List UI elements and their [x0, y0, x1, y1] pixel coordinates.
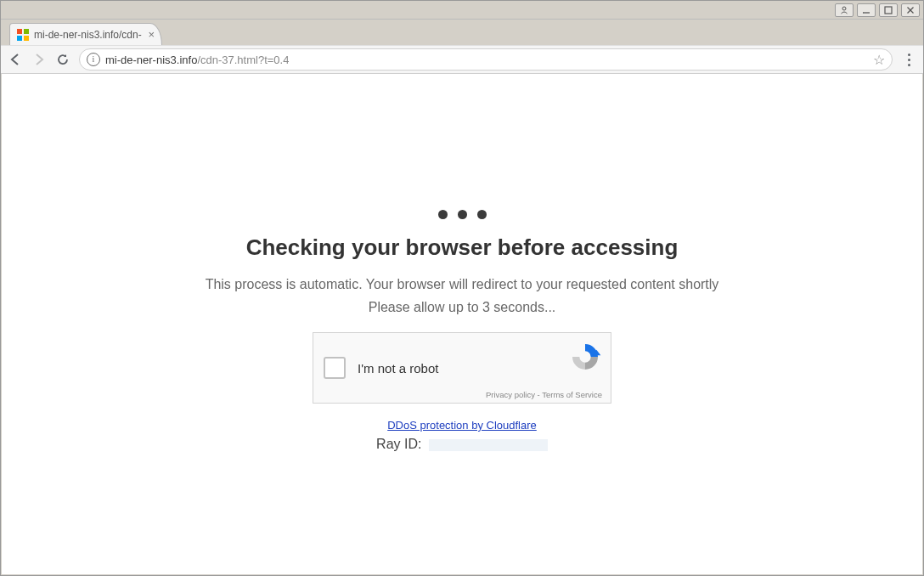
url-text: mi-de-ner-nis3.info/cdn-37.html?t=0.4	[105, 54, 289, 66]
page-subtext: This process is automatic. Your browser …	[2, 273, 922, 319]
recaptcha-label: I'm not a robot	[358, 361, 438, 376]
svg-rect-2	[885, 7, 892, 14]
tab-title: mi-de-ner-nis3.info/cdn-	[34, 29, 142, 41]
recaptcha-terms: Privacy policy - Terms of Service	[486, 390, 602, 399]
window-titlebar	[1, 1, 923, 20]
toolbar: i mi-de-ner-nis3.info/cdn-37.html?t=0.4 …	[1, 45, 923, 74]
menu-button[interactable]	[901, 54, 916, 66]
forward-button	[31, 52, 47, 67]
recaptcha-logo-icon	[568, 340, 602, 377]
subtext-line1: This process is automatic. Your browser …	[2, 273, 922, 296]
close-window-button[interactable]	[901, 3, 920, 17]
address-bar[interactable]: i mi-de-ner-nis3.info/cdn-37.html?t=0.4 …	[79, 48, 893, 71]
ray-id-value-redacted	[429, 439, 548, 451]
recaptcha-checkbox[interactable]	[324, 357, 346, 379]
reload-button[interactable]	[55, 52, 70, 67]
page-content: Checking your browser before accessing T…	[2, 74, 922, 452]
subtext-line2: Please allow up to 3 seconds...	[2, 296, 922, 319]
user-button[interactable]	[835, 3, 854, 17]
recaptcha-tos-link[interactable]: Terms of Service	[542, 390, 602, 399]
minimize-button[interactable]	[857, 3, 876, 17]
browser-window: mi-de-ner-nis3.info/cdn- × i mi-de-ner-n…	[0, 0, 924, 576]
page-heading: Checking your browser before accessing	[2, 234, 922, 261]
ddos-link[interactable]: DDoS protection by Cloudflare	[387, 419, 537, 432]
ray-id-label: Ray ID:	[376, 437, 421, 451]
favicon-icon	[17, 29, 29, 41]
recaptcha-widget: I'm not a robot Privacy policy - Terms o…	[313, 332, 611, 404]
site-info-icon[interactable]: i	[87, 53, 100, 66]
page-viewport: Checking your browser before accessing T…	[2, 74, 922, 574]
close-tab-icon[interactable]: ×	[148, 28, 155, 41]
ray-id-row: Ray ID:	[2, 437, 922, 452]
back-button[interactable]	[8, 52, 23, 67]
tab-strip: mi-de-ner-nis3.info/cdn- ×	[1, 20, 923, 45]
svg-point-0	[842, 7, 846, 10]
ddos-attribution: DDoS protection by Cloudflare	[2, 419, 922, 432]
maximize-button[interactable]	[879, 3, 898, 17]
recaptcha-privacy-link[interactable]: Privacy policy	[486, 390, 535, 399]
browser-tab[interactable]: mi-de-ner-nis3.info/cdn- ×	[9, 23, 162, 45]
bookmark-star-icon[interactable]: ☆	[873, 52, 885, 68]
loading-dots-icon	[2, 210, 922, 219]
